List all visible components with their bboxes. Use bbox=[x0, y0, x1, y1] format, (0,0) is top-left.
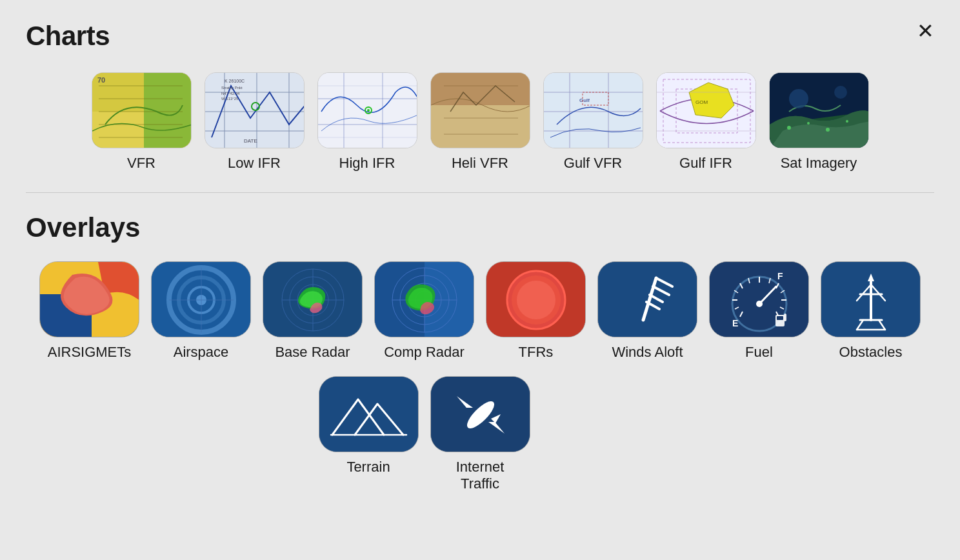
svg-point-59 bbox=[826, 128, 830, 132]
gulf-vfr-icon: Gulf bbox=[543, 72, 643, 148]
airsigmets-icon bbox=[39, 261, 139, 337]
svg-text:Strathy Pnkt: Strathy Pnkt bbox=[221, 86, 243, 90]
internet-traffic-icon bbox=[430, 376, 530, 452]
svg-text:W 113°25: W 113°25 bbox=[221, 97, 239, 101]
chart-label-low-ifr: Low IFR bbox=[228, 155, 281, 172]
overlay-label-winds-aloft: Winds Aloft bbox=[612, 344, 683, 361]
overlay-label-fuel: Fuel bbox=[745, 344, 773, 361]
terrain-icon bbox=[319, 376, 419, 452]
chart-label-heli-vfr: Heli VFR bbox=[452, 155, 508, 172]
svg-text:70: 70 bbox=[97, 76, 105, 84]
comp-radar-icon bbox=[374, 261, 474, 337]
overlay-label-airspace: Airspace bbox=[174, 344, 229, 361]
overlays-title: Overlays bbox=[26, 212, 934, 243]
svg-point-55 bbox=[789, 89, 808, 108]
svg-point-58 bbox=[807, 122, 810, 125]
overlay-item-airspace[interactable]: Airspace bbox=[151, 261, 251, 361]
svg-rect-94 bbox=[710, 262, 809, 337]
gulf-ifr-icon: GOM bbox=[656, 72, 756, 148]
chart-item-gulf-vfr[interactable]: Gulf Gulf VFR bbox=[543, 72, 643, 172]
svg-rect-39 bbox=[544, 73, 643, 148]
panel-header: Charts ✕ bbox=[26, 21, 934, 52]
base-radar-icon bbox=[263, 261, 363, 337]
svg-text:N47°42.34: N47°42.34 bbox=[221, 92, 240, 95]
svg-text:E: E bbox=[732, 318, 738, 328]
page-title: Charts bbox=[26, 21, 110, 52]
overlay-label-comp-radar: Comp Radar bbox=[384, 344, 465, 361]
tfrs-icon bbox=[486, 261, 586, 337]
overlay-label-internet-traffic: Internet Traffic bbox=[456, 459, 505, 492]
svg-rect-115 bbox=[784, 314, 786, 321]
overlay-label-tfrs: TFRs bbox=[519, 344, 554, 361]
chart-label-sat-imagery: Sat Imagery bbox=[781, 155, 857, 172]
sat-imagery-icon bbox=[769, 72, 869, 148]
overlay-item-base-radar[interactable]: Base Radar bbox=[263, 261, 363, 361]
low-ifr-icon: DATE K 26100C Strathy Pnkt N47°42.34 W 1… bbox=[205, 72, 305, 148]
svg-rect-3 bbox=[92, 112, 144, 148]
svg-text:Gulf: Gulf bbox=[579, 97, 590, 103]
overlays-row-2: Terrain Inter bbox=[26, 376, 934, 492]
high-ifr-icon bbox=[317, 72, 417, 148]
obstacles-icon bbox=[821, 261, 921, 337]
chart-label-gulf-ifr: Gulf IFR bbox=[679, 155, 732, 172]
svg-text:F: F bbox=[777, 271, 783, 281]
svg-point-87 bbox=[517, 281, 555, 319]
heli-vfr-icon bbox=[430, 72, 530, 148]
chart-item-sat-imagery[interactable]: Sat Imagery bbox=[769, 72, 869, 172]
overlay-label-airsigmets: AIRSIGMETs bbox=[48, 344, 132, 361]
overlay-item-airsigmets[interactable]: AIRSIGMETs bbox=[39, 261, 139, 361]
svg-point-29 bbox=[367, 109, 370, 112]
overlay-item-tfrs[interactable]: TFRs bbox=[486, 261, 586, 361]
overlay-label-base-radar: Base Radar bbox=[275, 344, 350, 361]
svg-rect-34 bbox=[431, 105, 530, 148]
section-divider bbox=[26, 192, 934, 193]
chart-item-heli-vfr[interactable]: Heli VFR bbox=[430, 72, 530, 172]
overlay-label-obstacles: Obstacles bbox=[839, 344, 903, 361]
winds-aloft-icon bbox=[597, 261, 697, 337]
close-button[interactable]: ✕ bbox=[917, 21, 934, 41]
overlay-item-obstacles[interactable]: Obstacles bbox=[821, 261, 921, 361]
chart-label-high-ifr: High IFR bbox=[339, 155, 395, 172]
vfr-icon: 70 bbox=[92, 72, 192, 148]
airspace-icon bbox=[151, 261, 251, 337]
svg-text:GOM: GOM bbox=[695, 99, 708, 105]
overlay-item-fuel[interactable]: F E Fuel bbox=[709, 261, 809, 361]
chart-item-vfr[interactable]: 70 VFR bbox=[92, 72, 192, 172]
chart-label-vfr: VFR bbox=[127, 155, 155, 172]
overlay-label-terrain: Terrain bbox=[346, 459, 390, 475]
charts-section: 70 VFR DATE K 26100C S bbox=[26, 72, 934, 172]
svg-point-60 bbox=[846, 120, 848, 123]
svg-text:K 26100C: K 26100C bbox=[225, 79, 245, 83]
chart-label-gulf-vfr: Gulf VFR bbox=[564, 155, 622, 172]
svg-rect-88 bbox=[598, 262, 697, 337]
charts-panel: Charts ✕ 70 bbox=[0, 0, 960, 560]
overlay-item-winds-aloft[interactable]: Winds Aloft bbox=[597, 261, 697, 361]
overlay-item-internet-traffic[interactable]: Internet Traffic bbox=[430, 376, 530, 492]
chart-item-high-ifr[interactable]: High IFR bbox=[317, 72, 417, 172]
overlay-item-comp-radar[interactable]: Comp Radar bbox=[374, 261, 474, 361]
overlays-section: Overlays bbox=[26, 212, 934, 492]
chart-item-low-ifr[interactable]: DATE K 26100C Strathy Pnkt N47°42.34 W 1… bbox=[205, 72, 305, 172]
svg-point-57 bbox=[787, 126, 791, 130]
overlay-item-terrain[interactable]: Terrain bbox=[319, 376, 419, 475]
overlays-row-1: AIRSIGMETs Ai bbox=[26, 261, 934, 361]
svg-rect-2 bbox=[144, 73, 192, 148]
svg-rect-114 bbox=[777, 316, 783, 320]
fuel-icon: F E bbox=[709, 261, 809, 337]
svg-point-56 bbox=[834, 86, 847, 99]
svg-point-110 bbox=[756, 301, 763, 307]
chart-item-gulf-ifr[interactable]: GOM Gulf IFR bbox=[656, 72, 756, 172]
svg-text:DATE: DATE bbox=[244, 138, 257, 144]
